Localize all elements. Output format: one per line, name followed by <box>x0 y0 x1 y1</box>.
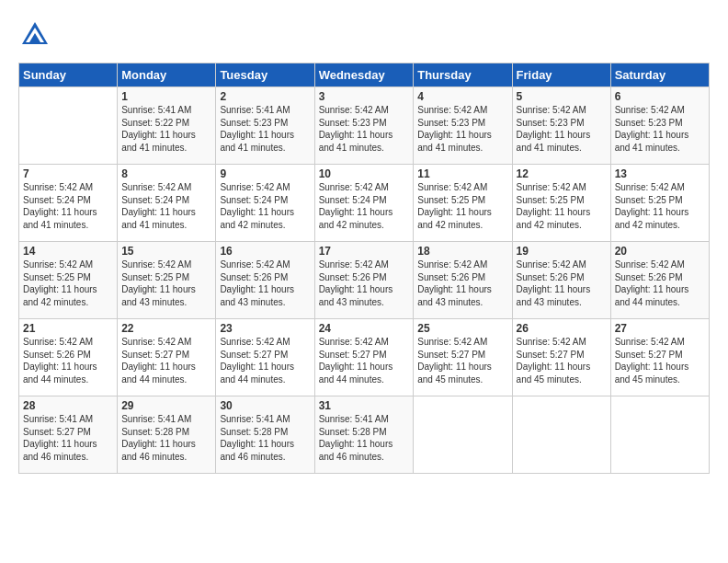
day-number: 20 <box>615 245 705 258</box>
calendar-header: SundayMondayTuesdayWednesdayThursdayFrid… <box>19 63 710 87</box>
logo <box>18 18 55 52</box>
calendar-cell: 31Sunrise: 5:41 AM Sunset: 5:28 PM Dayli… <box>314 396 414 474</box>
day-info: Sunrise: 5:42 AM Sunset: 5:27 PM Dayligh… <box>417 336 507 385</box>
day-number: 30 <box>220 399 310 412</box>
week-row-5: 28Sunrise: 5:41 AM Sunset: 5:27 PM Dayli… <box>19 396 710 474</box>
day-info: Sunrise: 5:42 AM Sunset: 5:27 PM Dayligh… <box>615 336 705 385</box>
calendar-cell: 22Sunrise: 5:42 AM Sunset: 5:27 PM Dayli… <box>118 319 216 396</box>
day-number: 21 <box>23 322 113 335</box>
calendar-cell: 4Sunrise: 5:42 AM Sunset: 5:23 PM Daylig… <box>414 87 512 165</box>
calendar-cell: 13Sunrise: 5:42 AM Sunset: 5:25 PM Dayli… <box>610 165 709 242</box>
calendar-table: SundayMondayTuesdayWednesdayThursdayFrid… <box>18 63 710 474</box>
calendar-cell: 26Sunrise: 5:42 AM Sunset: 5:27 PM Dayli… <box>512 319 610 396</box>
day-number: 23 <box>220 322 310 335</box>
day-number: 17 <box>319 245 410 258</box>
day-number: 28 <box>23 399 113 412</box>
calendar-cell: 17Sunrise: 5:42 AM Sunset: 5:26 PM Dayli… <box>314 242 414 319</box>
calendar-cell <box>19 87 118 165</box>
day-number: 8 <box>121 167 211 180</box>
header-row: SundayMondayTuesdayWednesdayThursdayFrid… <box>19 63 710 87</box>
day-number: 11 <box>417 167 507 180</box>
day-number: 6 <box>615 90 705 103</box>
header-day-tuesday: Tuesday <box>216 63 314 87</box>
calendar-cell: 8Sunrise: 5:42 AM Sunset: 5:24 PM Daylig… <box>118 165 216 242</box>
calendar-cell: 27Sunrise: 5:42 AM Sunset: 5:27 PM Dayli… <box>610 319 709 396</box>
day-info: Sunrise: 5:41 AM Sunset: 5:22 PM Dayligh… <box>121 104 211 154</box>
day-number: 18 <box>417 245 507 258</box>
calendar-cell <box>610 396 709 474</box>
day-number: 15 <box>121 245 211 258</box>
day-info: Sunrise: 5:42 AM Sunset: 5:24 PM Dayligh… <box>23 181 113 231</box>
main-container: SundayMondayTuesdayWednesdayThursdayFrid… <box>0 0 728 483</box>
header <box>18 18 710 52</box>
day-info: Sunrise: 5:42 AM Sunset: 5:27 PM Dayligh… <box>121 336 211 385</box>
day-info: Sunrise: 5:42 AM Sunset: 5:25 PM Dayligh… <box>121 259 211 308</box>
calendar-cell: 9Sunrise: 5:42 AM Sunset: 5:24 PM Daylig… <box>216 165 314 242</box>
calendar-cell: 16Sunrise: 5:42 AM Sunset: 5:26 PM Dayli… <box>216 242 314 319</box>
header-day-monday: Monday <box>118 63 216 87</box>
day-number: 13 <box>615 167 705 180</box>
day-info: Sunrise: 5:42 AM Sunset: 5:27 PM Dayligh… <box>220 336 310 385</box>
day-info: Sunrise: 5:42 AM Sunset: 5:27 PM Dayligh… <box>319 336 410 385</box>
calendar-cell: 23Sunrise: 5:42 AM Sunset: 5:27 PM Dayli… <box>216 319 314 396</box>
day-number: 16 <box>220 245 310 258</box>
header-day-sunday: Sunday <box>19 63 118 87</box>
calendar-cell: 21Sunrise: 5:42 AM Sunset: 5:26 PM Dayli… <box>19 319 118 396</box>
day-info: Sunrise: 5:42 AM Sunset: 5:25 PM Dayligh… <box>517 181 607 231</box>
day-number: 19 <box>517 245 607 258</box>
day-info: Sunrise: 5:42 AM Sunset: 5:23 PM Dayligh… <box>417 104 507 154</box>
day-number: 5 <box>517 90 607 103</box>
calendar-cell: 28Sunrise: 5:41 AM Sunset: 5:27 PM Dayli… <box>19 396 118 474</box>
calendar-cell: 29Sunrise: 5:41 AM Sunset: 5:28 PM Dayli… <box>118 396 216 474</box>
day-number: 2 <box>220 90 310 103</box>
calendar-cell: 18Sunrise: 5:42 AM Sunset: 5:26 PM Dayli… <box>414 242 512 319</box>
week-row-3: 14Sunrise: 5:42 AM Sunset: 5:25 PM Dayli… <box>19 242 710 319</box>
day-number: 25 <box>417 322 507 335</box>
day-info: Sunrise: 5:42 AM Sunset: 5:24 PM Dayligh… <box>319 181 410 231</box>
day-number: 7 <box>23 167 113 180</box>
day-number: 31 <box>319 399 410 412</box>
day-info: Sunrise: 5:42 AM Sunset: 5:27 PM Dayligh… <box>517 336 607 385</box>
calendar-cell <box>414 396 512 474</box>
header-day-friday: Friday <box>512 63 610 87</box>
day-info: Sunrise: 5:42 AM Sunset: 5:25 PM Dayligh… <box>417 181 507 231</box>
day-number: 9 <box>220 167 310 180</box>
day-info: Sunrise: 5:41 AM Sunset: 5:27 PM Dayligh… <box>23 413 113 463</box>
day-number: 1 <box>121 90 211 103</box>
day-info: Sunrise: 5:42 AM Sunset: 5:23 PM Dayligh… <box>319 104 410 154</box>
calendar-cell: 25Sunrise: 5:42 AM Sunset: 5:27 PM Dayli… <box>414 319 512 396</box>
calendar-cell: 5Sunrise: 5:42 AM Sunset: 5:23 PM Daylig… <box>512 87 610 165</box>
day-number: 29 <box>121 399 211 412</box>
day-info: Sunrise: 5:41 AM Sunset: 5:28 PM Dayligh… <box>220 413 310 463</box>
day-info: Sunrise: 5:42 AM Sunset: 5:26 PM Dayligh… <box>417 259 507 308</box>
calendar-cell: 19Sunrise: 5:42 AM Sunset: 5:26 PM Dayli… <box>512 242 610 319</box>
calendar-cell: 14Sunrise: 5:42 AM Sunset: 5:25 PM Dayli… <box>19 242 118 319</box>
week-row-4: 21Sunrise: 5:42 AM Sunset: 5:26 PM Dayli… <box>19 319 710 396</box>
header-day-saturday: Saturday <box>610 63 709 87</box>
week-row-1: 1Sunrise: 5:41 AM Sunset: 5:22 PM Daylig… <box>19 87 710 165</box>
day-number: 22 <box>121 322 211 335</box>
calendar-cell: 6Sunrise: 5:42 AM Sunset: 5:23 PM Daylig… <box>610 87 709 165</box>
calendar-cell: 30Sunrise: 5:41 AM Sunset: 5:28 PM Dayli… <box>216 396 314 474</box>
day-info: Sunrise: 5:42 AM Sunset: 5:26 PM Dayligh… <box>517 259 607 308</box>
calendar-cell: 24Sunrise: 5:42 AM Sunset: 5:27 PM Dayli… <box>314 319 414 396</box>
calendar-body: 1Sunrise: 5:41 AM Sunset: 5:22 PM Daylig… <box>19 87 710 474</box>
day-number: 27 <box>615 322 705 335</box>
calendar-cell: 3Sunrise: 5:42 AM Sunset: 5:23 PM Daylig… <box>314 87 414 165</box>
day-number: 14 <box>23 245 113 258</box>
day-info: Sunrise: 5:42 AM Sunset: 5:26 PM Dayligh… <box>23 336 113 385</box>
logo-icon <box>18 18 51 52</box>
day-info: Sunrise: 5:41 AM Sunset: 5:28 PM Dayligh… <box>121 413 211 463</box>
day-number: 4 <box>417 90 507 103</box>
calendar-cell: 10Sunrise: 5:42 AM Sunset: 5:24 PM Dayli… <box>314 165 414 242</box>
day-number: 24 <box>319 322 410 335</box>
day-info: Sunrise: 5:41 AM Sunset: 5:23 PM Dayligh… <box>220 104 310 154</box>
calendar-cell: 2Sunrise: 5:41 AM Sunset: 5:23 PM Daylig… <box>216 87 314 165</box>
day-info: Sunrise: 5:42 AM Sunset: 5:26 PM Dayligh… <box>615 259 705 308</box>
day-info: Sunrise: 5:42 AM Sunset: 5:24 PM Dayligh… <box>121 181 211 231</box>
day-info: Sunrise: 5:42 AM Sunset: 5:23 PM Dayligh… <box>517 104 607 154</box>
day-number: 12 <box>517 167 607 180</box>
day-number: 26 <box>517 322 607 335</box>
day-info: Sunrise: 5:41 AM Sunset: 5:28 PM Dayligh… <box>319 413 410 463</box>
day-info: Sunrise: 5:42 AM Sunset: 5:23 PM Dayligh… <box>615 104 705 154</box>
